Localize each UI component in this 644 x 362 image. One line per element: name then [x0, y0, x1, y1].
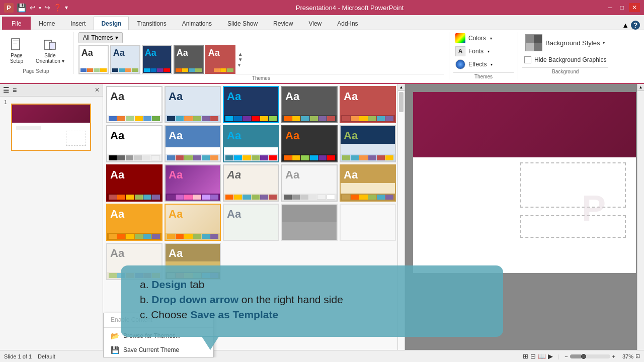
- theme-item-14[interactable]: Aa: [281, 164, 338, 202]
- theme-item-6[interactable]: Aa: [106, 125, 163, 162]
- redo-icon[interactable]: ↪: [44, 4, 50, 12]
- effects-icon: [455, 59, 465, 69]
- maximize-button[interactable]: □: [617, 3, 627, 12]
- background-group-label: Background: [522, 67, 608, 74]
- tooltip-line-3: c. Choose Save as Template: [140, 309, 484, 321]
- tab-addins[interactable]: Add-Ins: [330, 17, 365, 30]
- colors-label: Colors: [468, 35, 486, 42]
- hide-background-row[interactable]: Hide Background Graphics: [522, 55, 608, 64]
- slide-count: Slide 1 of 1: [4, 353, 32, 359]
- view-slideshow-icon[interactable]: ▶: [548, 352, 553, 360]
- view-slide-sorter-icon[interactable]: ⊟: [530, 352, 536, 360]
- theme-item-20[interactable]: [340, 204, 396, 241]
- slides-view-icon[interactable]: ☰: [3, 86, 10, 94]
- slide-thumbnail-1[interactable]: [11, 104, 91, 151]
- theme-item-11[interactable]: Aa: [106, 164, 163, 202]
- theme-item-15[interactable]: Aa: [340, 164, 396, 202]
- undo-icon[interactable]: ↩: [30, 4, 36, 12]
- theme-item-18[interactable]: Aa: [223, 204, 279, 241]
- panel-close-icon[interactable]: ✕: [95, 86, 100, 94]
- canvas-scrollbar: ▲ ▼: [637, 84, 644, 357]
- save-icon[interactable]: 💾: [17, 3, 27, 13]
- theme-preview-4[interactable]: Aa: [174, 45, 204, 74]
- fit-window-button[interactable]: ⊡: [635, 353, 640, 359]
- tab-design[interactable]: Design: [94, 17, 129, 30]
- undo-arrow[interactable]: ▾: [39, 5, 41, 11]
- scroll-up-button[interactable]: ▲: [398, 84, 405, 91]
- theme-preview-5[interactable]: Aa: [205, 45, 235, 74]
- scroll-thumb[interactable]: [399, 92, 404, 112]
- hide-background-checkbox[interactable]: [524, 56, 531, 63]
- effects-label: Effects: [468, 61, 487, 68]
- zoom-slider[interactable]: [570, 354, 610, 358]
- slide-thumb-inner: [12, 105, 90, 150]
- status-divider: |: [558, 353, 559, 359]
- help-button[interactable]: ?: [631, 21, 640, 30]
- theme-item-4[interactable]: Aa: [281, 86, 338, 123]
- theme-item-3[interactable]: Aa: [223, 86, 279, 123]
- theme-item-19[interactable]: [281, 204, 338, 241]
- theme-item-17[interactable]: Aa: [165, 204, 221, 241]
- tooltip-design-bold: Design: [151, 279, 187, 290]
- page-setup-button[interactable]: PageSetup: [4, 34, 29, 66]
- zoom-slider-fill: [570, 354, 582, 358]
- theme-options-group: Colors ▾ A Fonts ▾ Effects ▾ Themes: [453, 32, 514, 79]
- theme-preview-2[interactable]: Aa: [110, 45, 140, 74]
- tab-home[interactable]: Home: [31, 17, 62, 30]
- theme-item-9[interactable]: Aa: [281, 125, 338, 162]
- outline-view-icon[interactable]: ≡: [13, 86, 17, 94]
- effects-button[interactable]: Effects ▾: [453, 58, 514, 70]
- background-styles-label: Background Styles: [545, 39, 600, 47]
- slide-watermark: P: [582, 188, 606, 229]
- theme-item-12[interactable]: Aa: [165, 164, 221, 202]
- tab-file[interactable]: File: [2, 17, 31, 30]
- canvas-scroll-up[interactable]: ▲: [637, 84, 644, 91]
- dropdown-save-theme[interactable]: 💾 Save Current Theme: [104, 343, 213, 357]
- theme-preview-1[interactable]: Aa: [78, 45, 109, 74]
- theme-item-13[interactable]: Aa: [223, 164, 279, 202]
- background-styles-button[interactable]: Background Styles ▾: [522, 32, 608, 53]
- zoom-slider-thumb[interactable]: [581, 354, 586, 359]
- themes-scroll-down[interactable]: ▼: [238, 57, 243, 62]
- view-reading-icon[interactable]: 📖: [538, 352, 546, 360]
- help-icon[interactable]: ❓: [53, 4, 62, 12]
- view-normal-icon[interactable]: ⊞: [523, 352, 528, 360]
- tab-slideshow[interactable]: Slide Show: [220, 17, 265, 30]
- slide-orientation-button[interactable]: SlideOrientation ▾: [32, 34, 68, 66]
- close-button[interactable]: ✕: [629, 3, 640, 12]
- quick-access-arrow[interactable]: ▾: [65, 4, 68, 11]
- tab-animations[interactable]: Animations: [175, 17, 219, 30]
- theme-item-1[interactable]: Aa: [106, 86, 163, 123]
- theme-item-7[interactable]: Aa: [165, 125, 221, 162]
- save-theme-icon: 💾: [111, 346, 119, 354]
- tab-transitions[interactable]: Transitions: [129, 17, 174, 30]
- minimize-button[interactable]: ─: [605, 3, 615, 12]
- theme-item-2[interactable]: Aa: [165, 86, 221, 123]
- tab-view[interactable]: View: [301, 17, 329, 30]
- themes-scroll-up[interactable]: ▲: [238, 51, 243, 57]
- themes-toolbar: All Themes ▾: [78, 32, 444, 43]
- tooltip-tail: [201, 336, 219, 350]
- tooltip-c-prefix: c. Choose: [140, 309, 190, 320]
- theme-item-5[interactable]: Aa: [340, 86, 396, 123]
- theme-item-8[interactable]: Aa: [223, 125, 279, 162]
- ribbon-collapse-icon[interactable]: ▲: [622, 21, 629, 29]
- fonts-label: Fonts: [468, 48, 484, 55]
- fonts-button[interactable]: A Fonts ▾: [453, 45, 514, 57]
- theme-item-16[interactable]: Aa: [106, 204, 163, 241]
- zoom-in-button[interactable]: +: [612, 353, 615, 359]
- colors-button[interactable]: Colors ▾: [453, 32, 514, 44]
- title-bar: P 💾 ↩ ▾ ↪ ❓ ▾ Presentation4 - Microsoft …: [0, 0, 644, 15]
- status-left: Slide 1 of 1 Default: [4, 353, 55, 359]
- themes-dropdown[interactable]: All Themes ▾: [78, 32, 123, 43]
- svg-rect-3: [13, 43, 17, 44]
- theme-preview-3[interactable]: Aa: [142, 45, 172, 74]
- tab-review[interactable]: Review: [266, 17, 300, 30]
- themes-dropdown-arrow: ▾: [115, 34, 118, 41]
- tab-insert[interactable]: Insert: [63, 17, 93, 30]
- theme-item-10[interactable]: Aa: [340, 125, 396, 162]
- zoom-out-button[interactable]: −: [565, 353, 568, 359]
- tooltip-b-prefix: b.: [140, 294, 151, 305]
- page-setup-group: PageSetup SlideOrientation ▾ Page Setup: [4, 32, 73, 74]
- themes-more[interactable]: ▾: [238, 62, 243, 68]
